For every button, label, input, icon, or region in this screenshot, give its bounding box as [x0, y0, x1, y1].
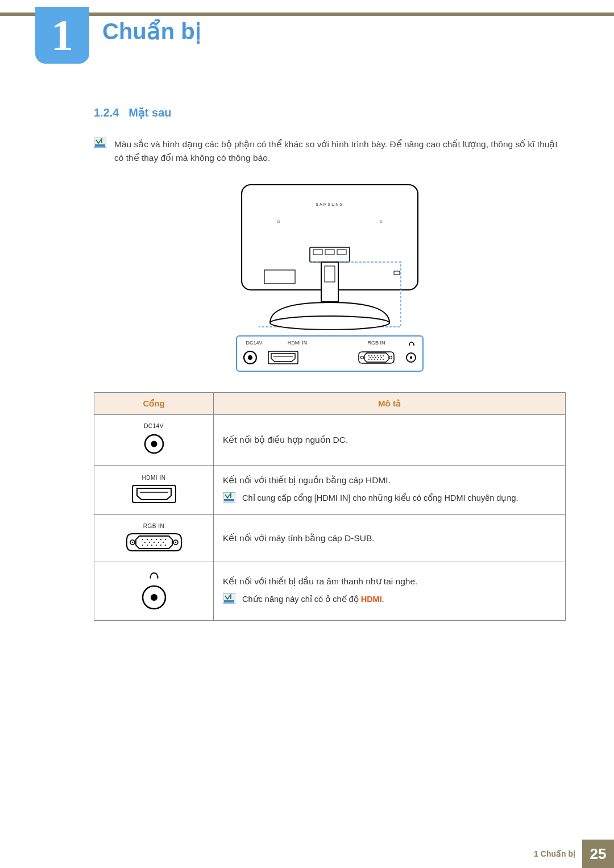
svg-rect-9 — [264, 270, 295, 284]
svg-rect-1 — [95, 144, 105, 147]
chapter-badge: 1 — [35, 7, 89, 64]
desc-cell-headphone: Kết nối với thiết bị đầu ra âm thanh như… — [214, 562, 566, 621]
brand-label: SAMSUNG — [316, 202, 343, 206]
desc-cell-hdmi: Kết nối với thiết bị nguồn bằng cáp HDMI… — [214, 466, 566, 515]
svg-rect-10 — [394, 271, 400, 275]
note-icon — [223, 492, 235, 506]
svg-point-25 — [377, 355, 378, 356]
intro-note-text: Màu sắc và hình dạng các bộ phận có thể … — [114, 138, 566, 165]
panel-label-dc: DC14V — [243, 340, 265, 348]
monitor-rear-svg: SAMSUNG — [236, 182, 424, 330]
svg-rect-68 — [150, 576, 151, 579]
svg-rect-46 — [224, 499, 234, 501]
svg-point-40 — [410, 356, 412, 359]
col-desc: Mô tả — [214, 393, 566, 415]
svg-point-54 — [155, 539, 156, 540]
intro-note: Màu sắc và hình dạng các bộ phận có thể … — [94, 138, 566, 165]
svg-point-57 — [144, 542, 145, 543]
section-title: Mặt sau — [128, 106, 171, 119]
port-cell-dc: DC14V — [94, 415, 214, 466]
port-panel-labels: DC14V HDMI IN RGB IN — [243, 340, 417, 348]
note-post: . — [382, 595, 384, 604]
svg-point-56 — [164, 539, 165, 540]
section-body: 1.2.4 Mặt sau Màu sắc và hình dạng các b… — [94, 106, 566, 621]
svg-point-29 — [372, 357, 374, 358]
vga-icon — [126, 533, 182, 552]
svg-point-20 — [361, 356, 364, 359]
headphone-subnote-text: Chức năng này chỉ có ở chế độ HDMI. — [242, 593, 384, 606]
svg-point-24 — [374, 355, 375, 356]
chapter-number: 1 — [51, 10, 73, 61]
svg-point-30 — [375, 357, 376, 358]
desc-text: Kết nối với thiết bị nguồn bằng cáp HDMI… — [223, 474, 556, 487]
footer-page-number: 25 — [582, 840, 614, 868]
hdmi-subnote-text: Chỉ cung cấp cổng [HDMI IN] cho những ki… — [242, 492, 518, 505]
svg-point-33 — [368, 359, 370, 360]
svg-point-67 — [164, 545, 165, 546]
svg-point-58 — [148, 542, 150, 543]
port-cell-headphone — [94, 562, 214, 621]
top-rule — [0, 13, 614, 16]
port-panel: DC14V HDMI IN RGB IN — [236, 335, 424, 372]
svg-point-31 — [378, 357, 379, 358]
svg-point-36 — [377, 359, 378, 360]
svg-point-63 — [146, 545, 147, 546]
panel-label-hdmi: HDMI IN — [281, 340, 313, 348]
ports-table: Cổng Mô tả DC14V Kết nối bộ điều hợp ngu… — [94, 392, 566, 621]
svg-rect-73 — [224, 600, 234, 603]
hdmi-icon — [268, 351, 298, 364]
svg-point-61 — [162, 542, 163, 543]
hdmi-subnote: Chỉ cung cấp cổng [HDMI IN] cho những ki… — [223, 492, 556, 506]
dc-jack-icon — [143, 433, 165, 455]
hdmi-icon — [131, 484, 177, 504]
headphone-jack-icon — [405, 352, 417, 363]
svg-point-59 — [153, 542, 154, 543]
table-row: RGB IN Kết nối với máy tính — [94, 515, 566, 562]
svg-rect-14 — [409, 344, 410, 346]
desc-cell-dc: Kết nối bộ điều hợp nguồn DC. — [214, 415, 566, 466]
section-heading: 1.2.4 Mặt sau — [94, 106, 566, 119]
svg-point-34 — [371, 359, 372, 360]
table-row: HDMI IN Kết nối với thiết bị nguồn bằng … — [94, 466, 566, 515]
headphone-icon — [103, 570, 204, 581]
section-number: 1.2.4 — [94, 106, 119, 119]
rear-diagram: SAMSUNG DC14V HDMI IN R — [236, 182, 424, 372]
svg-point-53 — [151, 539, 152, 540]
svg-point-52 — [146, 539, 147, 540]
vga-icon — [358, 351, 395, 364]
table-header-row: Cổng Mô tả — [94, 393, 566, 415]
note-icon — [223, 593, 235, 608]
svg-point-22 — [368, 355, 370, 356]
svg-point-26 — [380, 355, 381, 356]
table-row: DC14V Kết nối bộ điều hợp nguồn DC. — [94, 415, 566, 466]
svg-point-28 — [370, 357, 371, 358]
svg-point-27 — [383, 355, 384, 356]
svg-point-62 — [142, 545, 143, 546]
note-pre: Chức năng này chỉ có ở chế độ — [242, 595, 361, 604]
svg-point-64 — [151, 545, 152, 546]
svg-rect-15 — [413, 344, 414, 346]
svg-rect-12 — [325, 266, 335, 282]
svg-point-48 — [131, 542, 133, 543]
svg-point-17 — [248, 355, 252, 360]
svg-point-55 — [160, 539, 161, 540]
svg-point-65 — [155, 545, 156, 546]
desc-cell-rgb: Kết nối với máy tính bằng cáp D-SUB. — [214, 515, 566, 562]
chapter-title: Chuẩn bị — [102, 18, 201, 44]
svg-rect-7 — [325, 250, 334, 255]
svg-point-35 — [374, 359, 375, 360]
svg-point-66 — [160, 545, 161, 546]
svg-point-37 — [380, 359, 381, 360]
page-footer: 1 Chuẩn bị 25 — [0, 840, 614, 868]
port-label-hdmi: HDMI IN — [103, 475, 204, 481]
headphone-jack-icon — [141, 584, 167, 610]
table-row: Kết nối với thiết bị đầu ra âm thanh như… — [94, 562, 566, 621]
desc-text: Kết nối với máy tính bằng cáp D-SUB. — [223, 531, 556, 545]
port-label-rgb: RGB IN — [103, 523, 204, 529]
svg-point-32 — [381, 357, 382, 358]
note-icon — [94, 138, 106, 150]
desc-text: Kết nối bộ điều hợp nguồn DC. — [223, 433, 556, 446]
panel-label-rgb: RGB IN — [362, 340, 391, 348]
svg-point-50 — [175, 542, 176, 543]
svg-point-23 — [371, 355, 372, 356]
